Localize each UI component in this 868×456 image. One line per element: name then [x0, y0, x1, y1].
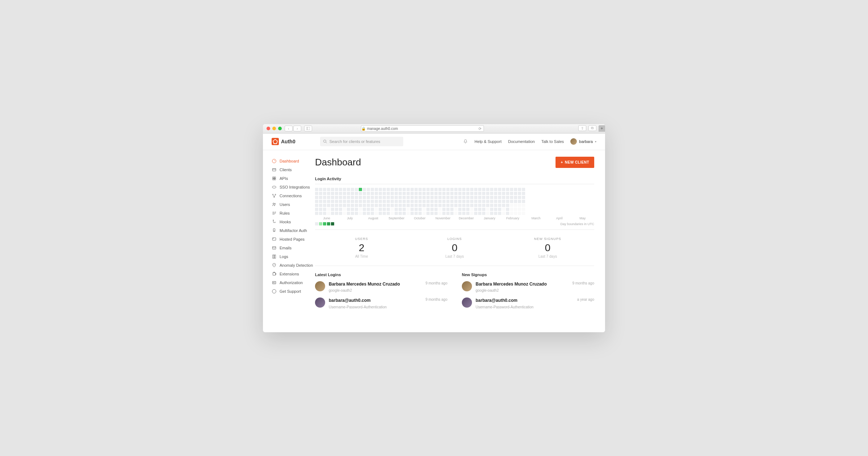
- new-client-button[interactable]: + NEW CLIENT: [556, 157, 594, 168]
- list-item[interactable]: barbara@auth0.comUsername-Password-Authe…: [462, 297, 594, 309]
- svg-point-13: [275, 194, 276, 195]
- user-menu[interactable]: barbara ▾: [570, 138, 596, 145]
- stat-logins: LOGINS0Last 7 days: [408, 237, 501, 258]
- sidebar-item-hosted[interactable]: Hosted Pages: [272, 235, 315, 244]
- notifications-icon[interactable]: [463, 139, 468, 144]
- sidebar-item-label: Rules: [280, 211, 290, 215]
- sidebar-item-users[interactable]: Users: [272, 200, 315, 209]
- sales-link[interactable]: Talk to Sales: [541, 139, 564, 144]
- authorization-icon: [272, 280, 277, 285]
- login-heatmap: [315, 188, 594, 215]
- page-title: Dashboard: [315, 157, 361, 168]
- sso-icon: [272, 185, 277, 190]
- sidebar-item-label: Hooks: [280, 220, 291, 224]
- svg-rect-26: [273, 273, 276, 275]
- new-tab-button[interactable]: +: [599, 125, 605, 132]
- sidebar-item-label: Logs: [280, 254, 288, 259]
- svg-point-19: [274, 231, 274, 231]
- emails-icon: [272, 245, 277, 250]
- connections-icon: [272, 193, 277, 198]
- lists-row: Latest LoginsBarbara Mercedes Munoz Cruz…: [315, 273, 594, 314]
- stat-users: USERS2All Time: [315, 237, 408, 258]
- svg-rect-24: [273, 255, 274, 258]
- svg-point-21: [273, 238, 273, 238]
- svg-point-30: [273, 282, 274, 283]
- list-item[interactable]: Barbara Mercedes Munoz Cruzadogoogle-oau…: [315, 281, 447, 293]
- avatar: [315, 281, 325, 291]
- avatar: [315, 297, 325, 308]
- browser-window: ‹ › 🔒 manage.auth0.com ⟳ ⇧ ⧉ + Auth0 Sea…: [263, 124, 605, 332]
- sidebar: DashboardClientsAPIsSSO IntegrationsConn…: [263, 150, 315, 332]
- support-icon: [272, 289, 277, 294]
- stats-row: USERS2All TimeLOGINS0Last 7 daysNEW SIGN…: [315, 230, 594, 266]
- logo-icon: [272, 138, 279, 145]
- sidebar-item-rules[interactable]: Rules: [272, 209, 315, 218]
- svg-point-16: [275, 203, 276, 204]
- sidebar-item-label: Extensions: [280, 272, 299, 276]
- sidebar-item-apis[interactable]: APIs: [272, 174, 315, 183]
- sidebar-item-connections[interactable]: Connections: [272, 191, 315, 200]
- brand-logo[interactable]: Auth0: [272, 138, 295, 145]
- sidebar-item-dashboard[interactable]: Dashboard: [272, 157, 315, 165]
- heatmap-legend: [315, 222, 334, 225]
- logins-list: Latest LoginsBarbara Mercedes Munoz Cruz…: [315, 273, 447, 314]
- svg-point-33: [272, 289, 276, 293]
- sidebar-item-logs[interactable]: Logs: [272, 252, 315, 261]
- sidebar-item-emails[interactable]: Emails: [272, 244, 315, 252]
- back-button[interactable]: ‹: [285, 126, 293, 131]
- close-window-icon[interactable]: [267, 127, 270, 130]
- share-icon[interactable]: ⇧: [578, 125, 586, 131]
- window-controls: [267, 127, 282, 130]
- stat-new-signups: NEW SIGNUPS0Last 7 days: [501, 237, 594, 258]
- anomaly-icon: [272, 263, 277, 268]
- docs-link[interactable]: Documentation: [508, 139, 535, 144]
- mfa-icon: [272, 228, 277, 233]
- svg-rect-28: [276, 273, 276, 274]
- svg-rect-7: [273, 177, 274, 178]
- svg-rect-20: [272, 237, 276, 240]
- list-item[interactable]: Barbara Mercedes Munoz Cruzadogoogle-oau…: [462, 281, 594, 293]
- search-input[interactable]: Search for clients or features: [320, 137, 403, 146]
- sidebar-item-mfa[interactable]: Multifactor Auth: [272, 226, 315, 235]
- sidebar-item-clients[interactable]: Clients: [272, 165, 315, 174]
- svg-point-17: [273, 220, 274, 220]
- list-title: Latest Logins: [315, 273, 447, 277]
- activity-title: Login Activity: [315, 177, 594, 181]
- sidebar-item-extensions[interactable]: Extensions: [272, 270, 315, 278]
- svg-rect-23: [272, 246, 276, 249]
- minimize-window-icon[interactable]: [272, 127, 276, 130]
- sidebar-item-sso[interactable]: SSO Integrations: [272, 183, 315, 191]
- forward-button[interactable]: ›: [293, 126, 301, 131]
- sidebar-item-anomaly[interactable]: Anomaly Detection: [272, 261, 315, 270]
- sidebar-item-label: Emails: [280, 246, 292, 250]
- svg-rect-25: [275, 255, 276, 258]
- sidebar-item-label: Connections: [280, 194, 302, 198]
- svg-point-2: [323, 140, 326, 143]
- list-item[interactable]: barbara@auth0.comUsername-Password-Authe…: [315, 297, 447, 309]
- url-bar[interactable]: 🔒 manage.auth0.com ⟳: [361, 125, 484, 132]
- sidebar-item-label: Anomaly Detection: [280, 263, 313, 267]
- apis-icon: [272, 176, 277, 181]
- tabs-icon[interactable]: ⧉: [588, 125, 596, 131]
- svg-rect-27: [274, 272, 275, 273]
- heatmap-footer: Day boundaries in UTC: [560, 222, 594, 226]
- sidebar-toggle-icon[interactable]: [304, 126, 312, 131]
- maximize-window-icon[interactable]: [278, 127, 282, 130]
- sidebar-item-support[interactable]: Get Support: [272, 287, 315, 296]
- url-text: manage.auth0.com: [367, 127, 398, 131]
- help-link[interactable]: Help & Support: [475, 139, 502, 144]
- sidebar-item-hooks[interactable]: Hooks: [272, 218, 315, 226]
- list-title: New Signups: [462, 273, 594, 277]
- sidebar-item-authorization[interactable]: Authorization: [272, 278, 315, 287]
- svg-rect-8: [275, 177, 276, 178]
- activity-section: JuneJulyAugustSeptemberOctoberNovemberDe…: [315, 184, 594, 230]
- plus-icon: +: [561, 160, 563, 164]
- reload-icon[interactable]: ⟳: [478, 127, 481, 131]
- sidebar-item-label: Get Support: [280, 289, 301, 294]
- svg-point-12: [272, 194, 273, 195]
- svg-point-11: [272, 186, 276, 188]
- avatar: [462, 297, 472, 308]
- svg-rect-5: [272, 168, 276, 171]
- extensions-icon: [272, 271, 277, 276]
- sidebar-item-label: Authorization: [280, 280, 303, 285]
